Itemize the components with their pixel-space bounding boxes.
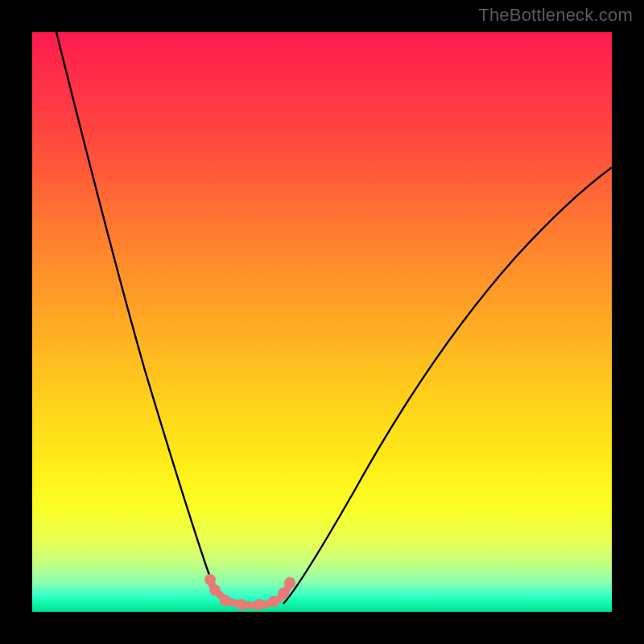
- watermark-text: TheBottleneck.com: [478, 5, 633, 26]
- plot-area: [32, 32, 612, 612]
- chart-frame: TheBottleneck.com: [0, 0, 644, 644]
- heat-gradient-background: [32, 32, 612, 612]
